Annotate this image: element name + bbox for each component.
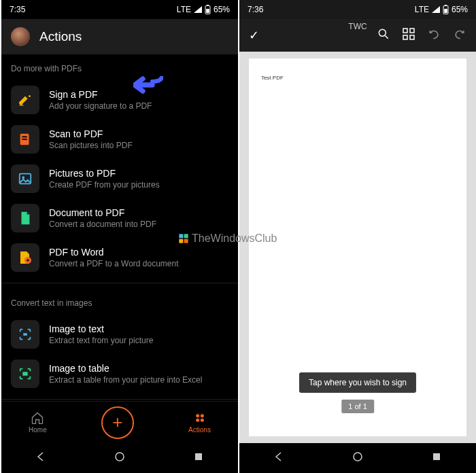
svg-rect-5 xyxy=(22,139,27,140)
bottom-nav: Home + Actions xyxy=(1,401,238,443)
action-title: Scan to PDF xyxy=(49,128,133,139)
svg-point-7 xyxy=(22,176,24,179)
section-label-pdfs: Do more with PDFs xyxy=(1,54,238,80)
signal-icon xyxy=(194,6,202,13)
toolbar-icons xyxy=(377,27,466,43)
confirm-button[interactable]: ✓ xyxy=(249,28,259,43)
svg-point-13 xyxy=(196,419,199,422)
windows-icon xyxy=(178,233,189,244)
action-text: Document to PDF Convert a document into … xyxy=(49,207,156,229)
svg-rect-19 xyxy=(444,9,447,13)
grid-view-icon[interactable] xyxy=(403,28,415,43)
pdfword-icon xyxy=(11,243,39,272)
redo-icon[interactable] xyxy=(453,27,466,43)
nav-actions-label: Actions xyxy=(188,426,211,434)
nav-home[interactable]: Home xyxy=(29,411,47,434)
nav-actions[interactable]: Actions xyxy=(188,411,211,434)
picture-icon xyxy=(11,164,39,193)
document-area[interactable]: Test PDF Tap where you wish to sign 1 of… xyxy=(239,52,476,443)
svg-rect-23 xyxy=(403,35,407,39)
status-time: 7:36 xyxy=(248,5,263,14)
page-indicator: 1 of 1 xyxy=(341,400,374,413)
svg-rect-16 xyxy=(195,453,202,460)
action-image-table[interactable]: Image to table Extract a table from your… xyxy=(1,354,238,393)
status-time: 7:35 xyxy=(10,5,25,14)
battery-icon xyxy=(443,5,449,14)
avatar[interactable] xyxy=(11,27,30,46)
fab-add[interactable]: + xyxy=(101,406,134,439)
action-image-text[interactable]: Image to text Extract text from your pic… xyxy=(1,315,238,354)
svg-rect-18 xyxy=(445,5,447,6)
sys-recent[interactable] xyxy=(193,451,204,465)
svg-point-15 xyxy=(116,453,124,461)
status-network: LTE xyxy=(415,5,429,14)
battery-icon xyxy=(205,5,211,14)
action-text: Image to text Extract text from your pic… xyxy=(49,323,153,345)
imgtext-icon xyxy=(11,320,39,349)
divider xyxy=(1,399,238,400)
svg-point-25 xyxy=(354,453,362,461)
imgtable-icon xyxy=(11,360,39,388)
sign-toast: Tap where you wish to sign xyxy=(299,372,416,393)
svg-rect-1 xyxy=(207,5,209,6)
system-nav xyxy=(1,443,238,473)
document-icon xyxy=(11,204,39,232)
action-subtitle: Add your signature to a PDF xyxy=(49,101,152,111)
watermark-text: TheWindowsClub xyxy=(192,232,277,245)
svg-rect-26 xyxy=(433,453,440,460)
action-subtitle: Create PDF from your pictures xyxy=(49,180,160,190)
action-pictures-pdf[interactable]: Pictures to PDF Create PDF from your pic… xyxy=(1,159,238,198)
action-sign-pdf[interactable]: Sign a PDF Add your signature to a PDF xyxy=(1,80,238,120)
action-text: PDF to Word Convert a PDF to a Word docu… xyxy=(49,247,179,268)
action-text: Pictures to PDF Create PDF from your pic… xyxy=(49,168,160,190)
svg-rect-27 xyxy=(179,234,183,238)
plus-icon: + xyxy=(112,412,122,433)
sys-home[interactable] xyxy=(352,451,363,465)
svg-point-20 xyxy=(379,29,386,36)
status-right: LTE 65% xyxy=(177,5,230,14)
status-bar: 7:35 LTE 65% xyxy=(1,0,238,19)
sys-recent[interactable] xyxy=(431,451,442,465)
action-title: Document to PDF xyxy=(49,207,156,218)
svg-point-14 xyxy=(200,419,203,422)
action-title: PDF to Word xyxy=(49,247,179,258)
svg-rect-30 xyxy=(184,239,188,243)
svg-rect-4 xyxy=(22,136,27,137)
svg-point-12 xyxy=(200,414,203,417)
status-battery: 65% xyxy=(452,5,468,14)
header-title: Actions xyxy=(39,29,82,44)
action-title: Image to text xyxy=(49,323,153,334)
grid-icon xyxy=(193,411,207,425)
sys-back[interactable] xyxy=(35,451,46,465)
app-header: Actions xyxy=(1,19,238,54)
search-icon[interactable] xyxy=(377,27,390,43)
svg-rect-22 xyxy=(410,29,414,33)
status-network: LTE xyxy=(177,5,191,14)
action-scan-pdf[interactable]: Scan to PDF Scan pictures into PDF xyxy=(1,120,238,159)
sys-back[interactable] xyxy=(273,451,284,465)
action-subtitle: Extract a table from your picture into E… xyxy=(49,375,202,385)
nav-home-label: Home xyxy=(29,426,47,434)
document-content: Test PDF xyxy=(261,75,284,81)
status-battery: 65% xyxy=(214,5,230,14)
pen-icon xyxy=(11,86,39,114)
svg-rect-24 xyxy=(410,35,414,39)
sys-home[interactable] xyxy=(114,451,125,465)
actions-scroll[interactable]: Do more with PDFs Sign a PDF Add your si… xyxy=(1,54,238,401)
svg-rect-28 xyxy=(184,234,188,238)
home-icon xyxy=(31,411,44,425)
status-bar: 7:36 LTE 65% xyxy=(239,0,476,19)
svg-rect-10 xyxy=(22,372,27,376)
doc-title: TWC xyxy=(348,22,367,31)
system-nav xyxy=(239,443,476,473)
svg-rect-9 xyxy=(23,333,27,336)
svg-point-11 xyxy=(196,414,199,417)
action-title: Pictures to PDF xyxy=(49,168,160,179)
pointer-arrow xyxy=(133,76,163,97)
signal-icon xyxy=(432,6,440,13)
action-subtitle: Convert a PDF to a Word document xyxy=(49,259,179,268)
undo-icon[interactable] xyxy=(427,27,441,43)
action-subtitle: Convert a document into PDF xyxy=(49,220,156,229)
section-label-convert: Convert text in images xyxy=(1,289,238,315)
svg-rect-29 xyxy=(179,239,183,243)
